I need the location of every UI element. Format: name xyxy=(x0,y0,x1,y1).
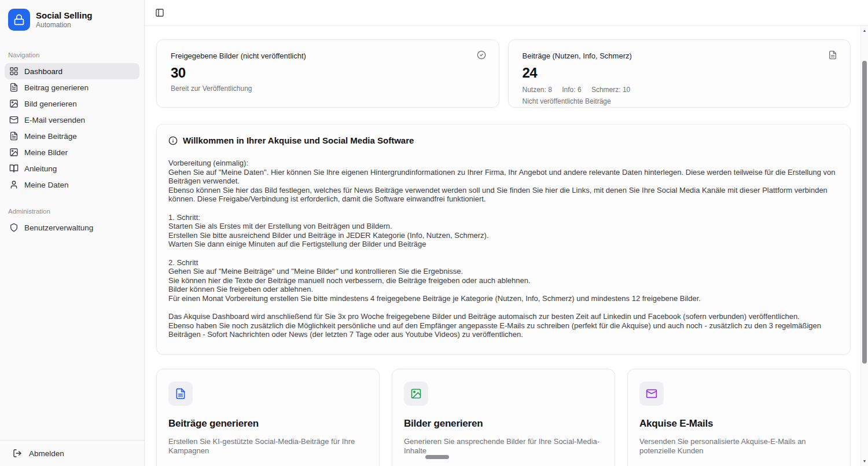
sidebar-item-label: Dashboard xyxy=(24,67,62,76)
topbar xyxy=(145,0,868,26)
actions-row: Beiträge generieren Erstellen Sie KI-ges… xyxy=(156,369,851,466)
sidebar-item-email-versenden[interactable]: E-Mail versenden xyxy=(5,112,139,128)
vertical-scrollbar[interactable]: ▲ ▼ xyxy=(860,26,868,466)
action-title: Beiträge generieren xyxy=(168,418,367,430)
stat-breakdown: Nutzen: 8 Info: 6 Schmerz: 10 xyxy=(523,86,837,94)
file-text-icon xyxy=(175,388,186,399)
action-title: Akquise E-Mails xyxy=(639,418,838,430)
app-subtitle: Automation xyxy=(36,21,93,29)
mail-icon xyxy=(646,388,657,399)
action-icon-tile xyxy=(639,381,664,406)
circle-check-icon xyxy=(477,50,486,60)
nav-section-label: Navigation xyxy=(0,52,144,58)
main-area: Freigegebene Bilder (nicht veröffentlich… xyxy=(145,0,868,466)
admin-section-label: Administration xyxy=(0,208,144,215)
sidebar-item-bild-generieren[interactable]: Bild generieren xyxy=(5,96,139,112)
info-icon xyxy=(168,136,178,145)
sidebar-item-beitrag-generieren[interactable]: Beitrag generieren xyxy=(5,79,139,96)
action-title: Bilder generieren xyxy=(404,418,603,430)
sidebar-item-label: Meine Daten xyxy=(24,181,69,189)
action-card-bilder: Bilder generieren Generieren Sie ansprec… xyxy=(392,369,615,466)
sidebar-toggle-icon[interactable] xyxy=(155,8,164,17)
stats-row: Freigegebene Bilder (nicht veröffentlich… xyxy=(156,39,851,108)
image-icon xyxy=(9,148,19,157)
sidebar-item-meine-daten[interactable]: Meine Daten xyxy=(5,177,139,193)
stat-title: Beiträge (Nutzen, Info, Schmerz) xyxy=(523,52,837,60)
nav-list: Dashboard Beitrag generieren Bild generi… xyxy=(0,63,144,193)
welcome-title: Willkommen in Ihrer Akquise und Social M… xyxy=(183,135,414,145)
app-logo: Social Selling Automation xyxy=(0,0,144,36)
lock-logo-badge xyxy=(8,9,30,31)
admin-list: Benutzerverwaltung xyxy=(0,219,144,236)
action-description: Generieren Sie ansprechende Bilder für I… xyxy=(404,437,603,456)
stat-breakdown-info: Info: 6 xyxy=(562,86,581,94)
stat-value: 30 xyxy=(171,65,485,81)
sidebar-item-meine-bilder[interactable]: Meine Bilder xyxy=(5,144,139,160)
sidebar-item-benutzerverwaltung[interactable]: Benutzerverwaltung xyxy=(5,219,139,236)
image-icon xyxy=(9,99,19,108)
sidebar-item-label: Meine Beiträge xyxy=(24,132,77,141)
lock-icon xyxy=(13,14,25,25)
stat-card-posts: Beiträge (Nutzen, Info, Schmerz) 24 Nutz… xyxy=(508,39,851,108)
stat-breakdown-nutzen: Nutzen: 8 xyxy=(523,86,552,94)
stat-value: 24 xyxy=(523,65,837,81)
image-icon xyxy=(410,388,422,399)
sidebar-item-dashboard[interactable]: Dashboard xyxy=(5,63,139,79)
welcome-header: Willkommen in Ihrer Akquise und Social M… xyxy=(168,135,838,145)
logout-icon xyxy=(13,449,22,458)
action-description: Versenden Sie personalisierte Akquise-E-… xyxy=(639,437,838,456)
sidebar-item-label: Beitrag generieren xyxy=(24,83,89,92)
stat-subtitle: Bereit zur Veröffentlichung xyxy=(171,85,485,93)
welcome-body-text: Vorbereitung (einmalig): Gehen Sie auf "… xyxy=(168,159,838,339)
logout-label: Abmelden xyxy=(29,449,64,458)
stat-breakdown-schmerz: Schmerz: 10 xyxy=(591,86,630,94)
scroll-up-arrow-icon[interactable]: ▲ xyxy=(861,28,868,34)
stat-card-images: Freigegebene Bilder (nicht veröffentlich… xyxy=(156,39,499,108)
sidebar: Social Selling Automation Navigation Das… xyxy=(0,0,145,466)
file-text-icon xyxy=(9,83,19,92)
action-icon-tile xyxy=(404,381,428,406)
action-card-beitraege: Beiträge generieren Erstellen Sie KI-ges… xyxy=(156,369,380,466)
stat-subtitle: Nicht veröffentlichte Beiträge xyxy=(523,97,837,105)
horizontal-scrollbar-thumb[interactable] xyxy=(425,455,449,459)
app-title: Social Selling xyxy=(36,10,93,21)
action-description: Erstellen Sie KI-gestützte Social-Media-… xyxy=(168,437,367,456)
dashboard-content: Freigegebene Bilder (nicht veröffentlich… xyxy=(145,26,868,466)
sidebar-item-anleitung[interactable]: Anleitung xyxy=(5,160,139,177)
sidebar-item-label: Bild generieren xyxy=(24,100,77,108)
mail-icon xyxy=(9,115,19,124)
sidebar-item-meine-beitraege[interactable]: Meine Beiträge xyxy=(5,128,139,144)
welcome-card: Willkommen in Ihrer Akquise und Social M… xyxy=(156,124,851,355)
action-card-akquise-emails: Akquise E-Mails Versenden Sie personalis… xyxy=(627,369,851,466)
shield-icon xyxy=(9,223,19,232)
file-text-icon xyxy=(828,50,837,60)
user-icon xyxy=(9,180,19,189)
stat-title: Freigegebene Bilder (nicht veröffentlich… xyxy=(171,52,485,60)
sidebar-item-label: Benutzerverwaltung xyxy=(24,223,93,232)
logout-button[interactable]: Abmelden xyxy=(0,440,144,466)
sidebar-item-label: E-Mail versenden xyxy=(24,116,85,124)
dashboard-grid-icon xyxy=(9,67,19,76)
file-text-icon xyxy=(9,131,19,141)
sidebar-item-label: Anleitung xyxy=(24,164,57,173)
scroll-down-arrow-icon[interactable]: ▼ xyxy=(861,458,868,464)
vertical-scrollbar-thumb[interactable] xyxy=(862,61,867,364)
action-icon-tile xyxy=(168,381,193,406)
sidebar-spacer xyxy=(0,236,144,440)
sidebar-item-label: Meine Bilder xyxy=(24,148,68,157)
book-open-icon xyxy=(9,164,19,173)
app-title-block: Social Selling Automation xyxy=(36,10,93,29)
